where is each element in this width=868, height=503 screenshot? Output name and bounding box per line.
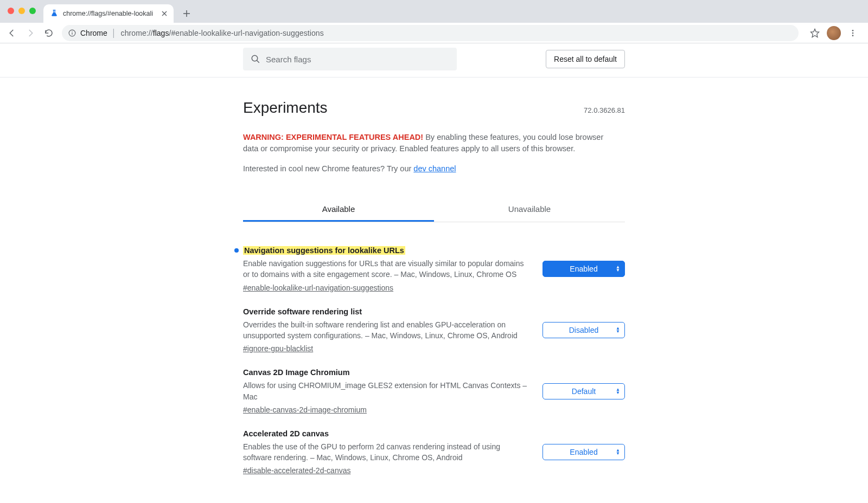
bookmark-star-icon[interactable] xyxy=(807,25,822,41)
select-chevron-icon: ▲▼ xyxy=(616,327,620,333)
minimize-window-dot[interactable] xyxy=(18,8,25,14)
flag-state-value: Default xyxy=(572,387,596,396)
url-host: flags xyxy=(153,29,169,37)
site-info-icon[interactable] xyxy=(68,29,76,37)
select-chevron-icon: ▲▼ xyxy=(616,449,620,455)
page-title: Experiments xyxy=(243,99,328,117)
tab-title: chrome://flags/#enable-lookali xyxy=(63,10,156,17)
flag-state-select[interactable]: Enabled▲▼ xyxy=(542,444,625,460)
reload-button[interactable] xyxy=(41,25,56,41)
svg-rect-5 xyxy=(72,32,72,34)
flag-title: Accelerated 2D canvas xyxy=(243,429,329,438)
flags-list: Navigation suggestions for lookalike URL… xyxy=(243,222,625,501)
select-chevron-icon: ▲▼ xyxy=(616,388,620,395)
flag-description: Allows for using CHROMIUM_image GLES2 ex… xyxy=(243,380,529,402)
flag-state-select[interactable]: Default▲▼ xyxy=(542,383,625,399)
page-body: Reset all to default Experiments 72.0.36… xyxy=(0,43,868,503)
tab-strip: chrome://flags/#enable-lookali xyxy=(0,0,868,23)
window-controls xyxy=(8,8,36,14)
forward-button[interactable] xyxy=(23,25,38,41)
flag-description: Enable navigation suggestions for URLs t… xyxy=(243,258,529,280)
flag-row: Canvas 2D Image ChromiumAllows for using… xyxy=(243,357,625,418)
close-window-dot[interactable] xyxy=(8,8,14,14)
dev-channel-link[interactable]: dev channel xyxy=(413,164,456,173)
svg-point-9 xyxy=(852,32,854,34)
tab-available[interactable]: Available xyxy=(243,197,434,222)
flask-icon xyxy=(50,9,59,18)
flag-state-value: Enabled xyxy=(570,265,597,273)
svg-line-12 xyxy=(257,60,259,63)
back-button[interactable] xyxy=(4,25,20,41)
flag-state-value: Disabled xyxy=(569,326,598,334)
flag-anchor-link[interactable]: #enable-canvas-2d-image-chromium xyxy=(243,405,367,414)
warning-paragraph: WARNING: EXPERIMENTAL FEATURES AHEAD! By… xyxy=(243,132,612,154)
select-chevron-icon: ▲▼ xyxy=(616,266,620,272)
flag-state-value: Enabled xyxy=(570,448,597,456)
url-origin-label: Chrome xyxy=(80,29,107,37)
flag-description: Overrides the built-in software renderin… xyxy=(243,319,529,341)
flag-state-select[interactable]: Disabled▲▼ xyxy=(542,322,625,338)
svg-point-10 xyxy=(852,35,854,36)
flag-title: Navigation suggestions for lookalike URL… xyxy=(243,246,405,255)
url-scheme: chrome:// xyxy=(121,29,153,37)
warning-lead: WARNING: EXPERIMENTAL FEATURES AHEAD! xyxy=(243,133,423,141)
browser-tab[interactable]: chrome://flags/#enable-lookali xyxy=(43,4,174,23)
reset-all-button[interactable]: Reset all to default xyxy=(546,50,625,68)
search-icon xyxy=(251,54,260,64)
flag-anchor-link[interactable]: #enable-lookalike-url-navigation-suggest… xyxy=(243,283,393,292)
tab-unavailable[interactable]: Unavailable xyxy=(434,197,625,222)
profile-avatar[interactable] xyxy=(827,26,841,40)
chrome-version: 72.0.3626.81 xyxy=(584,106,625,114)
address-bar[interactable]: Chrome │ chrome://flags/#enable-lookalik… xyxy=(62,25,799,41)
url-path: /#enable-lookalike-url-navigation-sugges… xyxy=(169,29,323,37)
tabs-row: Available Unavailable xyxy=(243,197,625,222)
flag-row: Navigation suggestions for lookalike URL… xyxy=(243,235,625,296)
svg-point-8 xyxy=(852,30,854,31)
flag-row: Accelerated 2D canvasEnables the use of … xyxy=(243,418,625,480)
close-tab-icon[interactable] xyxy=(161,10,168,17)
search-flags-box[interactable] xyxy=(243,48,457,70)
flag-title: Canvas 2D Image Chromium xyxy=(243,368,350,377)
search-flags-input[interactable] xyxy=(266,55,449,64)
kebab-menu-icon[interactable] xyxy=(845,25,860,41)
fullscreen-window-dot[interactable] xyxy=(29,8,36,14)
flag-state-select[interactable]: Enabled▲▼ xyxy=(542,261,625,277)
browser-toolbar: Chrome │ chrome://flags/#enable-lookalik… xyxy=(0,23,868,43)
dev-channel-blurb: Interested in cool new Chrome features? … xyxy=(243,164,625,173)
flag-title: Override software rendering list xyxy=(243,307,362,316)
flag-row: Override software rendering listOverride… xyxy=(243,296,625,358)
svg-point-11 xyxy=(252,55,258,61)
new-tab-button[interactable] xyxy=(179,6,194,21)
flag-anchor-link[interactable]: #disable-accelerated-2d-canvas xyxy=(243,466,350,475)
svg-rect-6 xyxy=(72,31,72,31)
modified-dot-icon xyxy=(234,248,239,253)
svg-marker-7 xyxy=(811,29,819,37)
flag-anchor-link[interactable]: #ignore-gpu-blacklist xyxy=(243,344,313,353)
flag-description: Enables the use of the GPU to perform 2d… xyxy=(243,441,529,463)
